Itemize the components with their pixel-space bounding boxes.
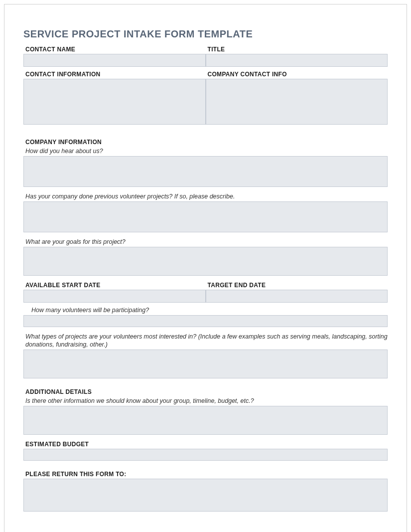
input-project-types[interactable] <box>23 350 388 378</box>
form-page: SERVICE PROJECT INTAKE FORM TEMPLATE CON… <box>4 4 407 532</box>
input-goals[interactable] <box>23 247 388 276</box>
input-title[interactable] <box>206 54 388 67</box>
input-start-date[interactable] <box>23 290 206 303</box>
sublabel-hear-about: How did you hear about us? <box>23 147 388 156</box>
input-end-date[interactable] <box>206 290 388 303</box>
sublabel-goals: What are your goals for this project? <box>23 237 388 247</box>
sublabel-previous-projects: Has your company done previous volunteer… <box>23 192 388 201</box>
row-contact-info: CONTACT INFORMATION COMPANY CONTACT INFO <box>23 70 388 125</box>
row-contact-name-title: CONTACT NAME TITLE <box>23 45 388 67</box>
input-contact-info[interactable] <box>23 79 206 125</box>
input-hear-about[interactable] <box>23 156 388 187</box>
label-return-to: PLEASE RETURN THIS FORM TO: <box>23 470 388 479</box>
input-company-contact[interactable] <box>206 79 388 125</box>
form-title: SERVICE PROJECT INTAKE FORM TEMPLATE <box>23 28 388 40</box>
sublabel-project-types: What types of projects are your voluntee… <box>23 332 388 350</box>
input-previous-projects[interactable] <box>23 201 388 232</box>
label-company-contact: COMPANY CONTACT INFO <box>206 70 388 79</box>
sublabel-volunteers-count: How many volunteers will be participatin… <box>23 306 388 315</box>
input-contact-name[interactable] <box>23 54 206 67</box>
label-additional-details: ADDITIONAL DETAILS <box>23 387 388 396</box>
label-contact-name: CONTACT NAME <box>23 45 206 54</box>
label-end-date: TARGET END DATE <box>206 281 388 290</box>
label-budget: ESTIMATED BUDGET <box>23 440 388 449</box>
input-volunteers-count[interactable] <box>23 315 388 327</box>
row-dates: AVAILABLE START DATE TARGET END DATE <box>23 281 388 303</box>
input-budget[interactable] <box>23 449 388 461</box>
sublabel-other-info: Is there other information we should kno… <box>23 396 388 406</box>
input-return-to[interactable] <box>23 479 388 512</box>
input-other-info[interactable] <box>23 406 388 435</box>
label-contact-info: CONTACT INFORMATION <box>23 70 206 79</box>
label-title: TITLE <box>206 45 388 54</box>
label-start-date: AVAILABLE START DATE <box>23 281 206 290</box>
label-company-info-section: COMPANY INFORMATION <box>23 138 388 147</box>
